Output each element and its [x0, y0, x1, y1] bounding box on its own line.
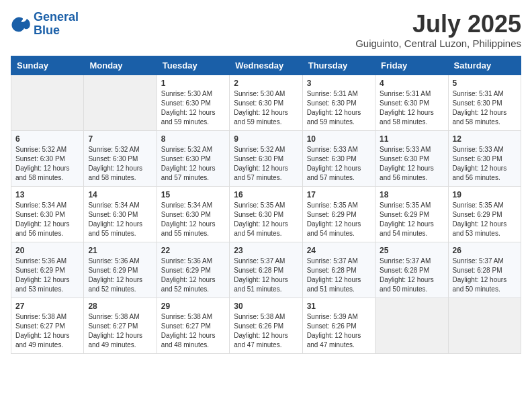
day-number: 16	[234, 190, 298, 199]
day-info: Sunrise: 5:37 AM Sunset: 6:28 PM Dayligh…	[380, 257, 443, 294]
day-number: 10	[307, 134, 371, 144]
day-info: Sunrise: 5:35 AM Sunset: 6:30 PM Dayligh…	[234, 201, 298, 238]
day-info: Sunrise: 5:38 AM Sunset: 6:27 PM Dayligh…	[15, 312, 79, 350]
day-number: 18	[380, 190, 443, 199]
weekday-header: Thursday	[302, 56, 375, 75]
day-info: Sunrise: 5:33 AM Sunset: 6:30 PM Dayligh…	[453, 145, 517, 183]
location-title: Guiguinto, Central Luzon, Philippines	[355, 38, 521, 49]
calendar-cell: 2Sunrise: 5:30 AM Sunset: 6:30 PM Daylig…	[230, 75, 302, 130]
logo-line2: Blue	[34, 24, 60, 37]
calendar-header: SundayMondayTuesdayWednesdayThursdayFrid…	[11, 56, 521, 75]
page-header: General Blue July 2025 Guiguinto, Centra…	[11, 11, 521, 49]
calendar-cell: 13Sunrise: 5:34 AM Sunset: 6:30 PM Dayli…	[11, 186, 84, 242]
day-number: 27	[15, 302, 79, 311]
day-info: Sunrise: 5:31 AM Sunset: 6:30 PM Dayligh…	[380, 89, 443, 127]
weekday-header: Monday	[84, 56, 157, 75]
day-number: 21	[88, 246, 152, 255]
calendar-cell: 24Sunrise: 5:37 AM Sunset: 6:28 PM Dayli…	[302, 242, 375, 298]
day-number: 14	[88, 190, 152, 199]
day-number: 3	[307, 79, 371, 88]
day-number: 15	[161, 190, 225, 199]
day-number: 19	[453, 190, 517, 199]
calendar-cell: 21Sunrise: 5:36 AM Sunset: 6:29 PM Dayli…	[84, 242, 157, 298]
month-title: July 2025	[355, 11, 521, 38]
day-number: 4	[380, 79, 443, 88]
day-info: Sunrise: 5:35 AM Sunset: 6:29 PM Dayligh…	[307, 201, 371, 238]
day-number: 26	[453, 246, 517, 255]
day-info: Sunrise: 5:35 AM Sunset: 6:29 PM Dayligh…	[380, 201, 443, 238]
day-number: 24	[307, 246, 371, 255]
calendar-cell: 22Sunrise: 5:36 AM Sunset: 6:29 PM Dayli…	[157, 242, 229, 298]
calendar-cell: 26Sunrise: 5:37 AM Sunset: 6:28 PM Dayli…	[448, 242, 521, 298]
calendar-cell: 11Sunrise: 5:33 AM Sunset: 6:30 PM Dayli…	[375, 130, 448, 186]
calendar-cell: 29Sunrise: 5:38 AM Sunset: 6:27 PM Dayli…	[157, 298, 229, 353]
day-info: Sunrise: 5:37 AM Sunset: 6:28 PM Dayligh…	[234, 257, 298, 294]
calendar-cell	[84, 75, 157, 130]
day-number: 13	[15, 190, 79, 199]
calendar-cell: 30Sunrise: 5:38 AM Sunset: 6:26 PM Dayli…	[230, 298, 302, 353]
calendar-week-row: 1Sunrise: 5:30 AM Sunset: 6:30 PM Daylig…	[11, 75, 521, 130]
day-info: Sunrise: 5:36 AM Sunset: 6:29 PM Dayligh…	[15, 257, 79, 294]
calendar-cell: 18Sunrise: 5:35 AM Sunset: 6:29 PM Dayli…	[375, 186, 448, 242]
day-info: Sunrise: 5:35 AM Sunset: 6:29 PM Dayligh…	[453, 201, 517, 238]
day-info: Sunrise: 5:32 AM Sunset: 6:30 PM Dayligh…	[161, 145, 225, 183]
calendar-body: 1Sunrise: 5:30 AM Sunset: 6:30 PM Daylig…	[11, 75, 521, 353]
calendar-table: SundayMondayTuesdayWednesdayThursdayFrid…	[11, 56, 521, 354]
day-number: 8	[161, 134, 225, 144]
weekday-header: Saturday	[448, 56, 521, 75]
calendar-cell: 12Sunrise: 5:33 AM Sunset: 6:30 PM Dayli…	[448, 130, 521, 186]
day-number: 22	[161, 246, 225, 255]
calendar-cell: 28Sunrise: 5:38 AM Sunset: 6:27 PM Dayli…	[84, 298, 157, 353]
day-info: Sunrise: 5:32 AM Sunset: 6:30 PM Dayligh…	[15, 145, 79, 183]
logo-text: General Blue	[34, 11, 79, 38]
calendar-cell: 10Sunrise: 5:33 AM Sunset: 6:30 PM Dayli…	[302, 130, 375, 186]
calendar-cell: 8Sunrise: 5:32 AM Sunset: 6:30 PM Daylig…	[157, 130, 229, 186]
calendar-cell: 17Sunrise: 5:35 AM Sunset: 6:29 PM Dayli…	[302, 186, 375, 242]
calendar-cell: 25Sunrise: 5:37 AM Sunset: 6:28 PM Dayli…	[375, 242, 448, 298]
calendar-cell: 15Sunrise: 5:34 AM Sunset: 6:30 PM Dayli…	[157, 186, 229, 242]
logo-line1: General	[34, 10, 79, 24]
calendar-cell: 5Sunrise: 5:31 AM Sunset: 6:30 PM Daylig…	[448, 75, 521, 130]
logo-icon	[11, 15, 31, 34]
day-number: 11	[380, 134, 443, 144]
calendar-week-row: 27Sunrise: 5:38 AM Sunset: 6:27 PM Dayli…	[11, 298, 521, 353]
day-info: Sunrise: 5:38 AM Sunset: 6:27 PM Dayligh…	[161, 312, 225, 350]
calendar-cell	[11, 75, 84, 130]
day-info: Sunrise: 5:37 AM Sunset: 6:28 PM Dayligh…	[453, 257, 517, 294]
day-number: 29	[161, 302, 225, 311]
calendar-cell: 6Sunrise: 5:32 AM Sunset: 6:30 PM Daylig…	[11, 130, 84, 186]
day-number: 1	[161, 79, 225, 88]
day-info: Sunrise: 5:30 AM Sunset: 6:30 PM Dayligh…	[234, 89, 298, 127]
calendar-cell: 9Sunrise: 5:32 AM Sunset: 6:30 PM Daylig…	[230, 130, 302, 186]
calendar-week-row: 6Sunrise: 5:32 AM Sunset: 6:30 PM Daylig…	[11, 130, 521, 186]
title-block: July 2025 Guiguinto, Central Luzon, Phil…	[355, 11, 521, 49]
day-number: 20	[15, 246, 79, 255]
day-info: Sunrise: 5:34 AM Sunset: 6:30 PM Dayligh…	[161, 201, 225, 238]
day-number: 7	[88, 134, 152, 144]
weekday-header: Wednesday	[230, 56, 302, 75]
day-info: Sunrise: 5:30 AM Sunset: 6:30 PM Dayligh…	[161, 89, 225, 127]
calendar-cell: 23Sunrise: 5:37 AM Sunset: 6:28 PM Dayli…	[230, 242, 302, 298]
day-number: 31	[307, 302, 371, 311]
day-info: Sunrise: 5:31 AM Sunset: 6:30 PM Dayligh…	[453, 89, 517, 127]
day-number: 9	[234, 134, 298, 144]
day-info: Sunrise: 5:33 AM Sunset: 6:30 PM Dayligh…	[307, 145, 371, 183]
day-info: Sunrise: 5:31 AM Sunset: 6:30 PM Dayligh…	[307, 89, 371, 127]
day-number: 5	[453, 79, 517, 88]
calendar-cell: 14Sunrise: 5:34 AM Sunset: 6:30 PM Dayli…	[84, 186, 157, 242]
day-info: Sunrise: 5:37 AM Sunset: 6:28 PM Dayligh…	[307, 257, 371, 294]
day-info: Sunrise: 5:36 AM Sunset: 6:29 PM Dayligh…	[161, 257, 225, 294]
day-info: Sunrise: 5:34 AM Sunset: 6:30 PM Dayligh…	[88, 201, 152, 238]
day-info: Sunrise: 5:38 AM Sunset: 6:27 PM Dayligh…	[88, 312, 152, 350]
day-number: 2	[234, 79, 298, 88]
day-info: Sunrise: 5:32 AM Sunset: 6:30 PM Dayligh…	[88, 145, 152, 183]
day-number: 23	[234, 246, 298, 255]
day-number: 28	[88, 302, 152, 311]
weekday-header: Tuesday	[157, 56, 229, 75]
calendar-cell: 3Sunrise: 5:31 AM Sunset: 6:30 PM Daylig…	[302, 75, 375, 130]
calendar-week-row: 20Sunrise: 5:36 AM Sunset: 6:29 PM Dayli…	[11, 242, 521, 298]
calendar-cell: 31Sunrise: 5:39 AM Sunset: 6:26 PM Dayli…	[302, 298, 375, 353]
day-info: Sunrise: 5:36 AM Sunset: 6:29 PM Dayligh…	[88, 257, 152, 294]
day-info: Sunrise: 5:32 AM Sunset: 6:30 PM Dayligh…	[234, 145, 298, 183]
day-number: 6	[15, 134, 79, 144]
